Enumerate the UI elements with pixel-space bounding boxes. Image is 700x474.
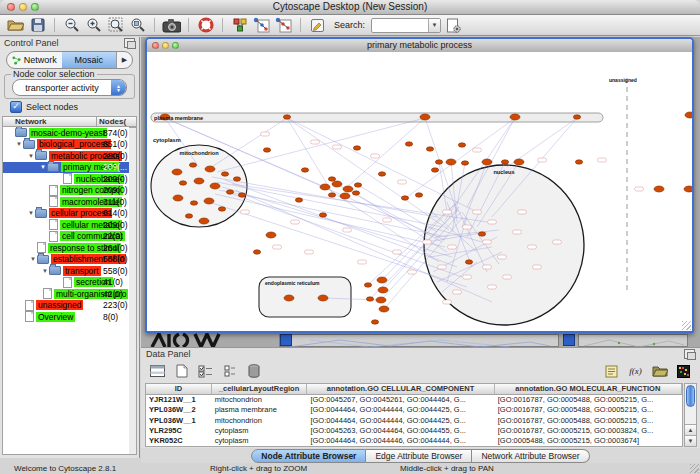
float-panel-icon[interactable] <box>124 38 135 48</box>
network-node[interactable] <box>354 183 361 187</box>
table-row[interactable]: YPL036W__1mitochondrion[GO:0044464, GO:0… <box>146 416 682 426</box>
network-node[interactable] <box>328 193 335 197</box>
table-column-header[interactable]: _cellularLayoutRegion <box>212 384 308 394</box>
tree-row-label[interactable]: unassigned <box>36 300 83 310</box>
attribute-browser-tab[interactable]: Network Attribute Browser <box>472 449 589 463</box>
tree-row[interactable]: ▼transport558(0) <box>3 265 136 277</box>
scrollbar-thumb[interactable] <box>686 385 695 407</box>
network-node[interactable] <box>319 213 326 217</box>
network-node[interactable] <box>364 283 371 287</box>
tab-mosaic[interactable]: Mosaic <box>62 52 117 68</box>
search-dropdown-arrow[interactable]: ▼ <box>428 19 440 32</box>
network-node[interactable] <box>510 114 520 120</box>
network-node[interactable] <box>378 287 388 293</box>
network-node[interactable] <box>226 190 233 194</box>
network-node[interactable] <box>189 163 196 167</box>
network-node[interactable] <box>420 114 430 120</box>
zoom-in-icon[interactable] <box>84 17 103 34</box>
network-node[interactable] <box>501 160 508 164</box>
network-node[interactable] <box>221 172 228 176</box>
network-node[interactable] <box>376 297 386 303</box>
network-view-titlebar[interactable]: primary metabolic process <box>147 39 692 53</box>
network-node[interactable] <box>514 159 524 165</box>
network-node[interactable] <box>318 295 328 301</box>
table-column-header[interactable]: annotation.GO CELLULAR_COMPONENT <box>307 384 494 394</box>
view-close-button[interactable] <box>152 42 159 49</box>
tree-row[interactable]: ▼primary metab209(... <box>3 162 136 174</box>
network-node[interactable] <box>205 166 215 172</box>
network-node[interactable] <box>654 186 664 192</box>
expander-icon[interactable]: ▼ <box>27 210 35 216</box>
network-node[interactable] <box>401 196 408 200</box>
network-node[interactable] <box>379 306 389 312</box>
network-node[interactable] <box>199 218 209 224</box>
tab-overflow-arrow[interactable]: ▶ <box>116 52 132 68</box>
expander-icon[interactable]: ▼ <box>39 164 47 170</box>
network-node[interactable] <box>371 320 378 324</box>
heatmap-icon[interactable] <box>673 362 694 381</box>
zoom-fit-icon[interactable] <box>106 17 125 34</box>
tree-row[interactable]: ▼biological_process651(0) <box>3 139 136 151</box>
network-node[interactable] <box>253 250 260 254</box>
tree-scrollbar[interactable] <box>129 127 137 455</box>
tree-row[interactable]: response to stimul264(0) <box>3 242 136 254</box>
import-network-icon[interactable] <box>252 17 271 34</box>
network-node[interactable] <box>301 168 308 172</box>
tree-row[interactable]: ▼metabolic process280(0) <box>3 150 136 162</box>
tree-row-label[interactable]: transport <box>63 266 101 276</box>
tree-row[interactable]: ▼establishment of lo558(0) <box>3 254 136 266</box>
snapshot-icon[interactable] <box>162 17 181 34</box>
network-node[interactable] <box>238 193 245 197</box>
tree-row[interactable]: cellular metabo209(0) <box>3 219 136 231</box>
search-input[interactable] <box>372 20 428 31</box>
network-node[interactable] <box>352 191 359 195</box>
network-node[interactable] <box>185 214 192 218</box>
network-node[interactable] <box>684 186 692 192</box>
combo-stepper-icon[interactable]: ▲▼ <box>111 80 126 95</box>
attribute-browser-tab[interactable]: Node Attribute Browser <box>251 449 366 463</box>
tab-network[interactable]: Network <box>7 52 62 68</box>
tree-row[interactable]: cell communicat22(0) <box>3 231 136 243</box>
network-node[interactable] <box>377 277 387 283</box>
network-node[interactable] <box>685 112 692 118</box>
tree-row[interactable]: multi-organism pro42(0) <box>3 288 136 300</box>
network-node[interactable] <box>179 181 186 185</box>
table-row[interactable]: YDR039C__1mitochondrion[GO:0044464, GO:0… <box>146 446 682 447</box>
expander-icon[interactable]: ▼ <box>29 256 37 262</box>
tree-header[interactable]: Network Nodes( <box>2 116 137 127</box>
tree-row-label[interactable]: biological_process <box>37 139 111 149</box>
expander-icon[interactable]: ▼ <box>15 141 23 147</box>
vizmapper-icon[interactable] <box>230 17 249 34</box>
network-node[interactable] <box>332 181 342 187</box>
network-node[interactable] <box>172 169 182 175</box>
network-node[interactable] <box>465 260 472 264</box>
expander-icon[interactable]: ▼ <box>27 153 35 159</box>
network-node[interactable] <box>366 297 373 301</box>
plugin-icon[interactable] <box>444 17 463 34</box>
minimize-window-button[interactable] <box>19 3 27 11</box>
open-icon[interactable] <box>6 17 25 34</box>
network-node[interactable] <box>446 159 456 165</box>
network-node[interactable] <box>573 115 580 119</box>
network-node[interactable] <box>431 168 438 172</box>
save-icon[interactable] <box>28 17 47 34</box>
network-node[interactable] <box>190 201 197 205</box>
network-node[interactable] <box>426 147 433 151</box>
table-scrollbar[interactable]: ▲ ▼ <box>684 383 697 447</box>
expander-icon[interactable]: ▼ <box>41 268 49 274</box>
tree-row[interactable]: mosaic-demo-yeast874(0) <box>3 127 136 139</box>
network-node[interactable] <box>194 178 204 184</box>
network-node[interactable] <box>218 207 225 211</box>
tree-row[interactable]: nitrogen compo209(0) <box>3 185 136 197</box>
tree-row[interactable]: secretion41(0) <box>3 277 136 289</box>
tree-row[interactable]: unassigned223(0) <box>3 300 136 312</box>
network-node[interactable] <box>343 186 353 192</box>
tree-col-nodes[interactable]: Nodes( <box>96 117 136 126</box>
select-nodes-checkbox[interactable]: ✓ <box>10 101 22 113</box>
annotation-icon[interactable] <box>308 17 327 34</box>
network-node[interactable] <box>284 295 294 301</box>
scroll-up-button[interactable]: ▲ <box>685 424 696 435</box>
app-titlebar[interactable]: Cytoscape Desktop (New Session) <box>0 0 700 15</box>
new-attribute-icon[interactable] <box>171 362 192 381</box>
scroll-down-button[interactable]: ▼ <box>685 435 696 446</box>
